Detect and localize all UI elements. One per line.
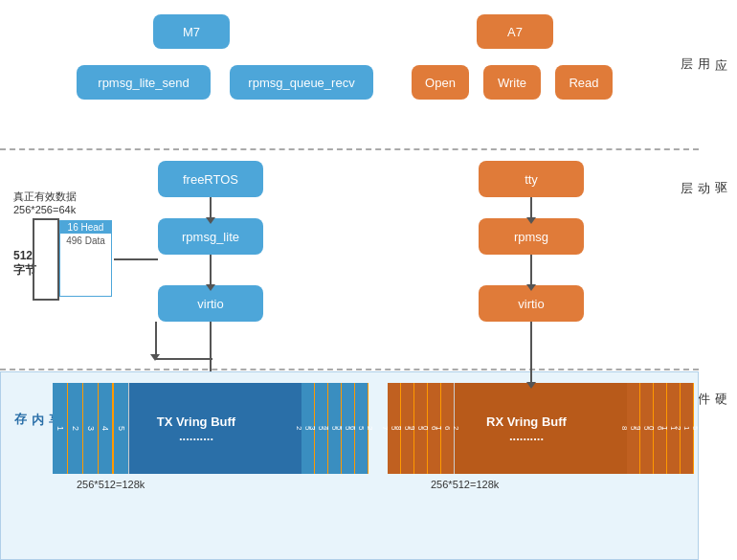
cell-256: 256 <box>355 383 368 474</box>
cell-3: 3 <box>83 383 99 474</box>
tx-cells-container: 1 2 3 4 5 <box>53 383 129 474</box>
architecture-diagram: 应用层 驱动层 硬件层 M7 A7 rpmsg_lite_send rpmsg_… <box>0 0 737 560</box>
rx-vring-buff: 257 258 259 260 261 RX Vring Buff.......… <box>388 383 694 474</box>
tty-box: tty <box>479 161 584 197</box>
arrow-rpmsg-virtio-a7 <box>530 255 532 285</box>
open-box: Open <box>412 65 469 100</box>
arrow-m7-right <box>155 358 212 360</box>
rpmsg-queue-recv-box: rpmsg_queue_recv <box>230 65 373 100</box>
arrow-data-virtio <box>114 258 158 260</box>
tx-right-cells: 252 253 254 255 256 <box>302 383 368 474</box>
rx-vring-label: RX Vring Buff.......... <box>486 414 567 443</box>
annotation-valid-data: 真正有效数据256*256=64k <box>13 190 95 217</box>
m7-box: M7 <box>153 14 230 49</box>
divider-driver-hw <box>0 369 699 370</box>
cell-261: 261 <box>441 383 455 474</box>
bracket-left <box>57 218 59 299</box>
cell-512: 512 <box>681 383 694 474</box>
layer-driver-label: 驱动层 <box>678 172 729 345</box>
bracket-bottom <box>33 299 59 301</box>
arrowhead-tx <box>150 354 160 361</box>
arrow-freertos-rpmsg <box>210 197 212 218</box>
data-packet-box: 16 Head 496 Data <box>59 220 112 297</box>
tx-vring-label: TX Vring Buff.......... <box>157 414 235 443</box>
freertos-box: freeRTOS <box>158 161 263 197</box>
cell-1: 1 <box>53 383 68 474</box>
divider-app-driver <box>0 148 699 150</box>
rx-left-cells: 257 258 259 260 261 <box>388 383 455 474</box>
write-box: Write <box>483 65 541 100</box>
a7-box: A7 <box>477 14 553 49</box>
read-box: Read <box>555 65 613 100</box>
rx-size-label: 256*512=128k <box>431 479 499 490</box>
rpmsg-lite-send-box: rpmsg_lite_send <box>77 65 211 100</box>
cell-2: 2 <box>68 383 83 474</box>
arrow-virtio-rx <box>530 322 532 383</box>
tx-vring-buff: 1 2 3 4 5 TX Vring Buff.......... 252 25… <box>53 383 368 474</box>
head-label: 16 Head <box>60 221 111 234</box>
arrow-tty-rpmsg <box>530 197 532 218</box>
data-label: 496 Data <box>60 234 111 248</box>
arrow-rpmsg-virtio <box>210 255 212 285</box>
cell-4: 4 <box>99 383 114 474</box>
cell-5: 5 <box>114 383 129 474</box>
bracket-left2 <box>33 218 34 299</box>
rx-right-cells: 558 559 560 511 512 <box>627 383 694 474</box>
tx-size-label: 256*512=128k <box>77 479 145 490</box>
bracket-top <box>33 218 59 220</box>
layer-app-label: 应用层 <box>678 48 729 144</box>
